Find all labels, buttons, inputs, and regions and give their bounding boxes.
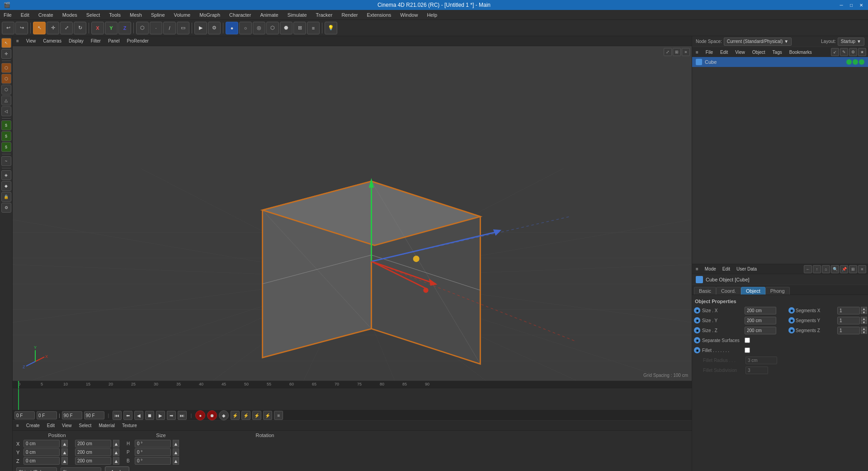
lt-s1[interactable]: $ <box>1 120 11 130</box>
size-x-icon-btn[interactable]: ◉ <box>694 307 700 314</box>
timeline-track[interactable] <box>13 389 692 410</box>
vp-menu-icon[interactable]: ≡ <box>14 38 21 44</box>
attr-back[interactable]: ← <box>804 265 812 273</box>
node-space-dropdown[interactable]: Current (Standard/Physical) ▼ <box>724 38 792 46</box>
vis-dot-green3[interactable] <box>859 59 864 65</box>
attr-home[interactable]: ⌂ <box>822 265 830 273</box>
create-object[interactable]: ● <box>226 22 238 34</box>
tl-material[interactable]: Material <box>97 423 117 428</box>
record-auto[interactable]: ⏺ <box>207 410 217 420</box>
object-item-cube[interactable]: Cube <box>692 57 868 67</box>
layers-btn[interactable]: ≡ <box>274 411 283 420</box>
om-bookmarks-menu[interactable]: Bookmarks <box>788 49 814 55</box>
attr-pin[interactable]: 📌 <box>840 265 848 273</box>
size-x-input[interactable] <box>75 440 111 447</box>
render-btn[interactable]: ▶ <box>194 22 207 34</box>
vp-prorender-menu[interactable]: ProRender <box>125 38 151 44</box>
vp-layout[interactable]: ⊞ <box>673 48 681 56</box>
size-x-prop-input[interactable] <box>745 307 776 314</box>
pos-x-up[interactable]: ▲ <box>61 440 68 447</box>
pos-x-input[interactable] <box>24 440 60 447</box>
maximize-button[interactable]: □ <box>848 2 854 8</box>
menubar-item-mograph[interactable]: MoGraph <box>198 11 222 19</box>
fillet-icon[interactable]: ◉ <box>694 347 700 353</box>
tl-view[interactable]: View <box>60 423 74 428</box>
coord-system-dropdown[interactable]: Object (Re) ▼ <box>16 467 57 471</box>
end-frame-input[interactable] <box>62 411 82 419</box>
seg-y-input[interactable] <box>837 317 860 324</box>
menubar-item-tracker[interactable]: Tracker <box>314 11 335 19</box>
frame-input2[interactable] <box>37 411 57 419</box>
close-button[interactable]: ✕ <box>858 2 864 8</box>
tab-phong[interactable]: Phong <box>765 287 790 295</box>
point-mode[interactable]: · <box>150 22 162 34</box>
object-mode[interactable]: ⬡ <box>136 22 149 34</box>
attr-mode-menu[interactable]: Mode <box>703 266 718 272</box>
viewport[interactable]: Perspective Default Camera ✻ <box>13 46 692 381</box>
fps-input[interactable] <box>84 411 104 419</box>
viewport-y[interactable]: Y <box>105 22 118 34</box>
viewport-x[interactable]: X <box>91 22 104 34</box>
stop[interactable]: ⏹ <box>145 411 154 420</box>
attr-edit-menu[interactable]: Edit <box>721 266 732 272</box>
om-edit-menu[interactable]: Edit <box>718 49 730 55</box>
om-icon4[interactable]: ★ <box>858 48 866 56</box>
lt-bend[interactable]: ~ <box>1 156 11 166</box>
seg-x-up[interactable]: ▲ <box>861 307 867 310</box>
attr-menu-icon[interactable]: ≡ <box>694 266 700 272</box>
tool6[interactable]: ⊞ <box>293 22 306 34</box>
om-menu-icon[interactable]: ≡ <box>694 49 700 55</box>
size-y-up[interactable]: ▲ <box>113 448 119 456</box>
om-object-menu[interactable]: Object <box>750 49 767 55</box>
next-frame[interactable]: ➡ <box>167 411 176 420</box>
vis-dot-green2[interactable] <box>853 59 858 65</box>
vp-filter-menu[interactable]: Filter <box>89 38 103 44</box>
om-icon1[interactable]: ↙ <box>831 48 839 56</box>
motion-btn[interactable]: ⚡ <box>231 411 240 420</box>
tool3[interactable]: ◎ <box>253 22 265 34</box>
vp-fullscreen[interactable]: ⤢ <box>664 48 672 56</box>
motion4[interactable]: ⚡ <box>263 411 272 420</box>
sep-surf-checkbox[interactable] <box>745 338 750 343</box>
tl-select[interactable]: Select <box>77 423 94 428</box>
vp-panel-menu[interactable]: Panel <box>106 38 122 44</box>
size-z-input[interactable] <box>75 457 111 465</box>
seg-x-icon-btn[interactable]: ◉ <box>788 307 795 314</box>
menubar-item-window[interactable]: Window <box>398 11 420 19</box>
menubar-item-extensions[interactable]: Extensions <box>365 11 393 19</box>
poly-mode[interactable]: ▭ <box>177 22 189 34</box>
menubar-item-animate[interactable]: Animate <box>258 11 280 19</box>
menubar-item-volume[interactable]: Volume <box>172 11 193 19</box>
current-frame-input[interactable] <box>14 411 35 419</box>
lt-move[interactable]: ✛ <box>1 49 11 59</box>
menubar-item-character[interactable]: Character <box>227 11 253 19</box>
select-tool[interactable]: ↖ <box>33 22 46 34</box>
lt-lock[interactable]: 🔒 <box>1 192 11 202</box>
size-x-up[interactable]: ▲ <box>113 440 119 447</box>
pos-y-input[interactable] <box>24 448 60 456</box>
menubar-item-mesh[interactable]: Mesh <box>128 11 144 19</box>
size-y-prop-input[interactable] <box>745 317 776 324</box>
tab-basic[interactable]: Basic <box>694 287 716 295</box>
play-fwd[interactable]: ▶ <box>156 411 165 420</box>
vp-display-menu[interactable]: Display <box>67 38 85 44</box>
vp-view-menu[interactable]: View <box>24 38 38 44</box>
size-z-icon-btn[interactable]: ◉ <box>694 327 700 333</box>
tab-object[interactable]: Object <box>741 287 765 295</box>
tool4[interactable]: ⬡ <box>266 22 279 34</box>
menubar-item-spline[interactable]: Spline <box>149 11 167 19</box>
rot-b-input[interactable] <box>135 457 171 465</box>
rot-p-input[interactable] <box>135 448 171 456</box>
tool5[interactable]: ⬣ <box>280 22 292 34</box>
undo-button[interactable]: ↩ <box>2 22 14 34</box>
menubar-item-create[interactable]: Create <box>37 11 55 19</box>
om-file-menu[interactable]: File <box>704 49 715 55</box>
redo-button[interactable]: ↪ <box>15 22 28 34</box>
vp-cameras-menu[interactable]: Cameras <box>41 38 63 44</box>
lt-extra[interactable]: ⚙ <box>1 203 11 213</box>
tl-menu-icon[interactable]: ≡ <box>14 423 21 428</box>
size-z-up[interactable]: ▲ <box>113 457 119 465</box>
play-rev[interactable]: ◀ <box>134 411 143 420</box>
size-z-prop-input[interactable] <box>745 327 776 334</box>
attr-userdata-menu[interactable]: User Data <box>735 266 759 272</box>
